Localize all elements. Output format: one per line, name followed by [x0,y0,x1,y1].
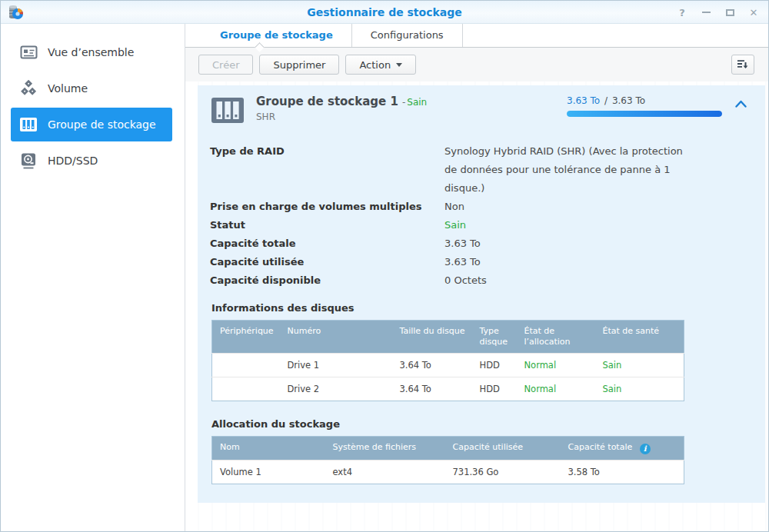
detail-row: Statut Sain [210,216,753,234]
tab-storage-pool[interactable]: Groupe de stockage [201,24,352,47]
usage-summary: 3.63 To / 3.63 To [567,95,722,117]
detail-row: Type de RAID Synology Hybrid RAID (SHR) … [210,142,753,198]
usage-separator: / [604,95,608,106]
toolbar: Créer Supprimer Action [185,48,768,81]
hdd-icon [19,151,38,170]
used-capacity-text: 3.63 To [567,95,600,106]
collapse-list-button[interactable] [731,55,754,75]
sidebar-item-label: Groupe de stockage [48,118,156,131]
allocation-section-title: Allocation du stockage [211,418,753,430]
detail-row: Capacité totale 3.63 To [210,234,753,253]
maximize-icon[interactable] [724,7,735,18]
volume-icon [19,79,38,98]
detail-row: Capacité utilisée 3.63 To [210,253,753,271]
tab-bar: Groupe de stockage Configurations [185,24,768,48]
detail-list: Type de RAID Synology Hybrid RAID (SHR) … [210,142,753,290]
window-controls: ? ✕ [677,1,759,24]
sidebar-item-volume[interactable]: Volume [11,71,172,105]
disk-table-row[interactable]: Drive 1 3.64 To HDD Normal Sain [212,354,684,377]
title-status-separator: - [402,97,405,108]
sidebar: Vue d’ensemble [1,24,185,532]
action-button[interactable]: Action [345,55,416,75]
help-icon[interactable]: ? [677,7,687,18]
sidebar-item-label: Volume [48,82,88,95]
total-capacity-text: 3.63 To [612,95,645,106]
storage-pool-status: Sain [407,97,427,108]
sidebar-item-label: Vue d’ensemble [48,46,134,58]
storage-pool-raid-type: SHR [256,111,427,122]
usage-bar-fill [567,111,722,117]
sidebar-item-storage-pool[interactable]: Groupe de stockage [11,108,172,141]
sidebar-item-overview[interactable]: Vue d’ensemble [11,35,172,69]
tab-configurations[interactable]: Configurations [352,24,463,47]
detail-row: Prise en charge de volumes multiples Non [210,198,753,216]
sidebar-item-hdd-ssd[interactable]: HDD/SSD [11,144,172,178]
collapse-group-icon[interactable] [735,100,747,108]
allocation-table-header-row: Nom Système de fichiers Capacité utilisé… [212,437,684,461]
info-icon[interactable]: i [640,444,651,454]
create-button[interactable]: Créer [198,55,253,75]
content-area: Groupe de stockage 1-Sain SHR 3.63 To / … [185,81,768,532]
disk-table-row[interactable]: Drive 2 3.64 To HDD Normal Sain [212,377,684,401]
collapse-list-icon [737,59,749,70]
minimize-icon[interactable] [701,7,711,18]
title-bar: Gestionnaire de stockage ? ✕ [1,1,768,24]
window-title: Gestionnaire de stockage [1,6,768,18]
sidebar-item-label: HDD/SSD [48,155,98,167]
close-icon[interactable]: ✕ [748,7,759,18]
disk-table-header-row: Périphérique Numéro Taille du disque Typ… [212,321,684,354]
detail-row: Capacité disponible 0 Octets [210,271,753,290]
status-value: Sain [444,216,698,234]
allocation-table: Nom Système de fichiers Capacité utilisé… [211,436,684,484]
disk-info-table: Périphérique Numéro Taille du disque Typ… [211,320,684,401]
storage-pool-icon [19,115,38,134]
action-button-label: Action [359,59,391,71]
chevron-down-icon [396,63,402,67]
storage-pool-large-icon [211,97,245,124]
allocation-table-row[interactable]: Volume 1 ext4 731.36 Go 3.58 To [212,461,684,484]
usage-bar [567,111,722,117]
delete-button[interactable]: Supprimer [259,55,339,75]
storage-pool-title: Groupe de stockage 1 [256,95,398,108]
disk-info-section-title: Informations des disques [211,302,753,314]
storage-manager-app-icon [6,3,25,22]
storage-manager-window: Gestionnaire de stockage ? ✕ Vue d’ensem… [0,0,769,532]
overview-icon [19,43,38,62]
storage-pool-card: Groupe de stockage 1-Sain SHR 3.63 To / … [198,85,765,503]
